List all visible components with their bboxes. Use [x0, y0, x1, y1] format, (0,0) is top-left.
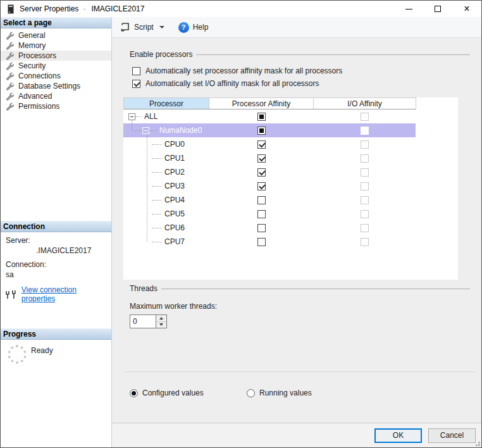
threads-group: Threads	[130, 284, 470, 293]
max-worker-threads-value[interactable]: 0	[130, 315, 156, 328]
server-label: Server:	[6, 236, 111, 245]
tree-dotted-stub	[135, 116, 142, 117]
maximize-button[interactable]	[423, 1, 452, 17]
io-affinity-checkbox[interactable]	[361, 154, 369, 163]
connection-panel-header: Connection	[1, 221, 111, 232]
select-a-page-header: Select a page	[1, 17, 111, 28]
grid-row-cpu6[interactable]: CPU6	[123, 221, 416, 235]
toolbar: Script ? Help	[112, 17, 481, 38]
io-affinity-checkbox[interactable]	[361, 224, 369, 232]
window-title: Server Properties	[20, 4, 78, 13]
processor-affinity-checkbox[interactable]	[257, 182, 266, 190]
tree-connector-line	[147, 134, 147, 242]
tree-dotted-stub	[149, 130, 157, 131]
connection-properties-icon	[5, 290, 18, 299]
column-header-processor-affinity[interactable]: Processor Affinity	[209, 98, 314, 109]
grid-row-cpu5[interactable]: CPU5	[123, 207, 416, 221]
help-button[interactable]: ? Help	[167, 20, 211, 35]
cancel-button[interactable]: Cancel	[428, 428, 476, 443]
view-mode-group: Configured values Running values	[130, 389, 481, 397]
ok-button[interactable]: OK	[374, 428, 422, 443]
sidebar-item-permissions[interactable]: Permissions	[1, 101, 111, 111]
wrench-icon	[6, 52, 14, 60]
radio-selected-icon	[130, 389, 138, 397]
connection-value: sa	[6, 270, 111, 279]
titlebar: Server Properties - IMAGICLE2017 ×	[1, 1, 481, 17]
io-affinity-checkbox[interactable]	[361, 210, 369, 218]
io-affinity-checkbox[interactable]	[361, 113, 369, 121]
processor-name: CPU1	[164, 154, 185, 163]
sidebar-item-memory[interactable]: Memory	[1, 40, 111, 51]
auto-processor-affinity-label: Automatically set processor affinity mas…	[145, 66, 342, 75]
io-affinity-checkbox[interactable]	[361, 127, 369, 135]
processor-affinity-checkbox[interactable]	[257, 113, 266, 121]
minimize-button[interactable]	[394, 1, 423, 17]
sidebar-item-general[interactable]: General	[1, 30, 111, 40]
group-divider	[196, 54, 470, 55]
auto-io-affinity-checkbox[interactable]	[132, 80, 140, 88]
sidebar: Select a page GeneralMemoryProcessorsSec…	[1, 17, 112, 447]
stepper-up-button[interactable]	[156, 315, 166, 322]
sidebar-item-security[interactable]: Security	[1, 61, 111, 71]
grid-row-cpu4[interactable]: CPU4	[123, 193, 416, 207]
column-header-io-affinity[interactable]: I/O Affinity	[314, 98, 416, 109]
processor-name: CPU5	[164, 209, 185, 218]
sidebar-item-connections[interactable]: Connections	[1, 71, 111, 81]
script-icon	[120, 22, 130, 32]
tree-dotted-stub	[152, 186, 162, 187]
processor-affinity-checkbox[interactable]	[257, 238, 266, 246]
grid-row-numanode0[interactable]: NumaNode0	[123, 123, 416, 137]
grid-row-cpu7[interactable]: CPU7	[123, 235, 416, 249]
grid-row-cpu2[interactable]: CPU2	[123, 165, 416, 179]
column-header-processor[interactable]: Processor	[124, 98, 209, 109]
threads-label: Threads	[130, 284, 158, 293]
io-affinity-checkbox[interactable]	[361, 182, 369, 190]
resize-grip[interactable]	[478, 444, 480, 446]
sidebar-item-database-settings[interactable]: Database Settings	[1, 81, 111, 91]
stepper-down-button[interactable]	[156, 322, 166, 328]
processor-affinity-checkbox[interactable]	[257, 168, 266, 177]
sidebar-item-advanced[interactable]: Advanced	[1, 91, 111, 101]
sidebar-item-processors[interactable]: Processors	[1, 51, 111, 61]
grid-body: ALLNumaNode0CPU0CPU1CPU2CPU3CPU4CPU5CPU6…	[123, 109, 458, 249]
io-affinity-cell	[314, 109, 416, 123]
grid-row-all[interactable]: ALL	[123, 109, 416, 123]
tree-dotted-stub	[152, 158, 162, 159]
title-server-name: IMAGICLE2017	[91, 4, 144, 13]
radio-unselected-icon	[247, 389, 255, 397]
dialog-footer: OK Cancel	[112, 423, 481, 447]
collapse-icon[interactable]	[128, 113, 135, 120]
group-divider	[161, 289, 470, 289]
configured-values-radio[interactable]: Configured values	[130, 389, 247, 397]
wrench-icon	[6, 82, 14, 90]
processor-affinity-checkbox[interactable]	[257, 210, 266, 218]
grid-row-cpu0[interactable]: CPU0	[123, 137, 416, 151]
processor-affinity-checkbox[interactable]	[257, 127, 266, 135]
tree-dotted-stub	[152, 200, 162, 201]
grid-row-cpu1[interactable]: CPU1	[123, 151, 416, 165]
io-affinity-checkbox[interactable]	[361, 238, 369, 246]
processor-affinity-cell	[209, 151, 314, 165]
io-affinity-checkbox[interactable]	[361, 196, 369, 204]
running-values-radio[interactable]: Running values	[247, 389, 312, 397]
io-affinity-checkbox[interactable]	[361, 168, 369, 177]
collapse-icon[interactable]	[142, 127, 149, 134]
processor-affinity-checkbox[interactable]	[257, 196, 266, 204]
sidebar-item-label: Memory	[18, 41, 46, 50]
auto-processor-affinity-checkbox[interactable]	[132, 67, 140, 75]
processor-affinity-checkbox[interactable]	[257, 154, 266, 163]
io-affinity-checkbox[interactable]	[361, 140, 369, 149]
auto-io-affinity-label: Automatically set I/O affinity mask for …	[145, 79, 319, 88]
script-button[interactable]: Script	[118, 20, 167, 35]
processor-affinity-checkbox[interactable]	[257, 224, 266, 232]
view-connection-properties-link[interactable]: View connection properties	[22, 285, 111, 303]
close-button[interactable]: ×	[452, 1, 481, 17]
max-worker-threads-label: Maximum worker threads:	[130, 302, 481, 311]
processor-cell: ALL	[123, 109, 209, 123]
wrench-icon	[6, 92, 14, 101]
grid-row-cpu3[interactable]: CPU3	[123, 179, 416, 193]
processor-affinity-checkbox[interactable]	[257, 140, 266, 149]
sidebar-item-label: Advanced	[18, 92, 52, 101]
max-worker-threads-stepper[interactable]: 0	[130, 314, 167, 328]
wrench-icon	[6, 103, 14, 111]
